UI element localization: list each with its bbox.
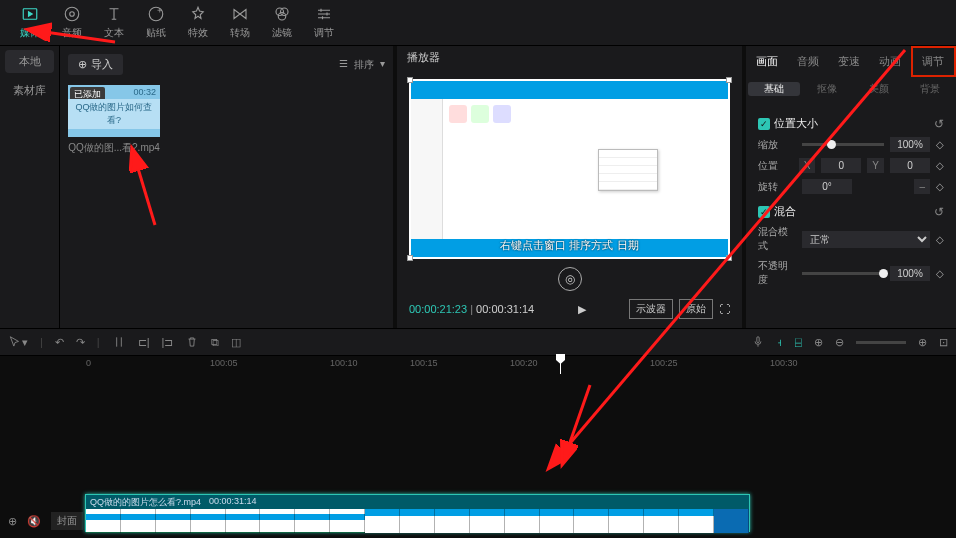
original-button[interactable]: 原始 xyxy=(679,299,713,319)
stabilize-button[interactable]: ◎ xyxy=(558,267,582,291)
svg-point-1 xyxy=(65,7,79,21)
svg-point-2 xyxy=(70,12,75,17)
tab-audio[interactable]: 音频 xyxy=(787,48,828,75)
select-tool[interactable]: ▾ xyxy=(8,335,28,349)
tool-effect[interactable]: 特效 xyxy=(178,2,218,44)
subtab-mask[interactable]: 抠像 xyxy=(802,82,854,96)
mute-icon[interactable]: 🔇 xyxy=(27,515,41,528)
left-trim-icon[interactable]: ⊏| xyxy=(138,336,150,349)
magnet-on-icon[interactable]: ⫞ xyxy=(777,336,783,348)
plus-icon: ⊕ xyxy=(78,58,87,71)
preview-icon[interactable]: ⊕ xyxy=(814,336,823,349)
thumb-filename: QQ做的图...看?.mp4 xyxy=(68,137,160,159)
cover-label[interactable]: 封面 xyxy=(51,512,83,530)
split-tool[interactable] xyxy=(112,335,126,349)
tab-speed[interactable]: 变速 xyxy=(828,48,869,75)
subtab-basic[interactable]: 基础 xyxy=(748,82,800,96)
list-icon: ☰ xyxy=(339,58,348,72)
main-area: 本地 素材库 ⊕导入 ☰ 排序 ▾ 已添加 00:32 QQ做的图片如何查看? … xyxy=(0,46,956,328)
thumb-duration: 00:32 xyxy=(133,87,156,97)
context-menu xyxy=(598,149,658,191)
scale-slider[interactable] xyxy=(802,143,884,146)
preview-subtitle: 右键点击窗口 排序方式 日期 xyxy=(411,238,728,253)
subtab-bg[interactable]: 背景 xyxy=(905,82,957,96)
tab-anim[interactable]: 动画 xyxy=(870,48,911,75)
top-toolbar: 媒体 音频 文本 贴纸 特效 转场 滤镜 调节 xyxy=(0,0,956,46)
right-trim-icon[interactable]: |⊐ xyxy=(162,336,174,349)
import-button[interactable]: ⊕导入 xyxy=(68,54,123,75)
crop-icon[interactable]: ◫ xyxy=(231,336,241,349)
tool-adjust[interactable]: 调节 xyxy=(304,2,344,44)
view-controls[interactable]: ☰ 排序 ▾ xyxy=(339,58,385,72)
mic-icon[interactable] xyxy=(751,335,765,349)
subtab-beauty[interactable]: 美颜 xyxy=(853,82,905,96)
media-item[interactable]: 已添加 00:32 QQ做的图片如何查看? QQ做的图...看?.mp4 xyxy=(68,85,160,159)
left-sidebar: 本地 素材库 xyxy=(0,46,60,328)
delete-icon[interactable] xyxy=(185,335,199,349)
timecode: 00:00:21:23 | 00:00:31:14 xyxy=(409,303,534,315)
tool-filter[interactable]: 滤镜 xyxy=(262,2,302,44)
thumb-text: QQ做的图片如何查看? xyxy=(68,99,160,129)
tab-canvas[interactable]: 画面 xyxy=(746,48,787,75)
pos-y-input[interactable] xyxy=(890,158,930,173)
link-on-icon[interactable]: ⌸ xyxy=(795,336,802,348)
tool-media[interactable]: 媒体 xyxy=(10,2,50,44)
tool-text[interactable]: 文本 xyxy=(94,2,134,44)
fullscreen-icon[interactable]: ⛶ xyxy=(719,303,730,315)
sidebar-local[interactable]: 本地 xyxy=(5,50,54,73)
zoom-out-icon[interactable]: ⊖ xyxy=(835,336,844,349)
svg-point-5 xyxy=(281,8,289,16)
oscilloscope-button[interactable]: 示波器 xyxy=(629,299,673,319)
player-title: 播放器 xyxy=(397,46,742,69)
blend-mode-select[interactable]: 正常 xyxy=(802,231,930,248)
player-panel: 播放器 右键点击窗口 排序方式 日期 ◎ 00:00:21:23 | 00:00… xyxy=(397,46,742,328)
svg-rect-7 xyxy=(757,337,759,343)
check-icon[interactable]: ✓ xyxy=(758,206,770,218)
check-icon[interactable]: ✓ xyxy=(758,118,770,130)
pos-x-input[interactable] xyxy=(821,158,861,173)
undo-icon[interactable]: ↶ xyxy=(55,336,64,349)
inspector-panel: 画面 音频 变速 动画 调节 基础 抠像 美颜 背景 ✓位置大小↺ 缩放◇ 位置… xyxy=(746,46,956,328)
freeze-icon[interactable]: ⧉ xyxy=(211,336,219,349)
tool-sticker[interactable]: 贴纸 xyxy=(136,2,176,44)
svg-point-6 xyxy=(278,13,286,21)
play-button[interactable]: ▶ xyxy=(578,303,586,316)
tool-audio[interactable]: 音频 xyxy=(52,2,92,44)
rotate-input[interactable] xyxy=(802,179,852,194)
fit-icon[interactable]: ⊡ xyxy=(939,336,948,349)
video-clip[interactable]: QQ做的的图片怎么看?.mp400:00:31:14 xyxy=(85,494,750,532)
media-panel: ⊕导入 ☰ 排序 ▾ 已添加 00:32 QQ做的图片如何查看? QQ做的图..… xyxy=(60,46,393,328)
svg-point-3 xyxy=(149,7,163,21)
preview-viewport[interactable]: 右键点击窗口 排序方式 日期 xyxy=(409,79,730,259)
redo-icon[interactable]: ↷ xyxy=(76,336,85,349)
reset-icon[interactable]: ↺ xyxy=(934,117,944,131)
tool-transition[interactable]: 转场 xyxy=(220,2,260,44)
zoom-in-icon[interactable]: ⊕ xyxy=(918,336,927,349)
opacity-input[interactable] xyxy=(890,266,930,281)
opacity-slider[interactable] xyxy=(802,272,884,275)
reset-icon[interactable]: ↺ xyxy=(934,205,944,219)
tab-adjust[interactable]: 调节 xyxy=(911,46,956,77)
sidebar-library[interactable]: 素材库 xyxy=(0,77,59,104)
timeline-toolbar: ▾ | ↶ ↷ | ⊏| |⊐ ⧉ ◫ ⫞ ⌸ ⊕ ⊖ ⊕ ⊡ xyxy=(0,328,956,356)
lock-icon[interactable]: ⊕ xyxy=(8,515,17,528)
timeline-ruler[interactable]: 0 100:05 100:10 100:15 100:20 100:25 100… xyxy=(0,356,956,374)
track-area[interactable]: ⊕ 🔇 封面 QQ做的的图片怎么看?.mp400:00:31:14 xyxy=(0,374,956,538)
scale-input[interactable] xyxy=(890,137,930,152)
